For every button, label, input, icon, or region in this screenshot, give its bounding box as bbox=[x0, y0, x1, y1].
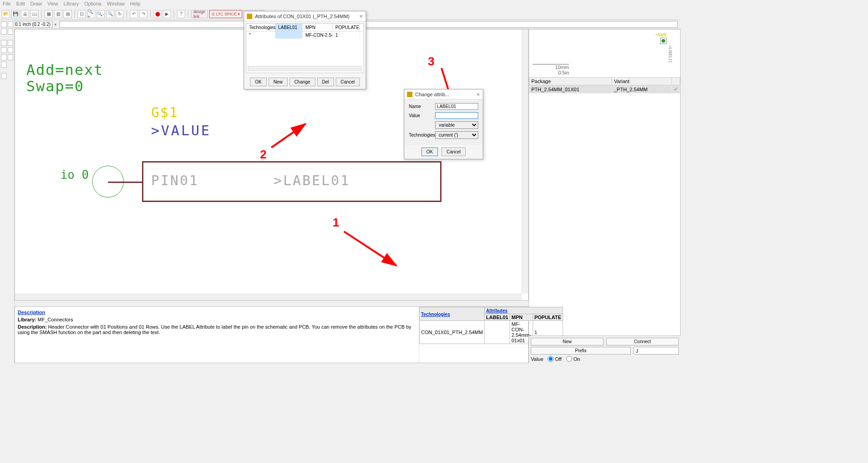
menu-edit[interactable]: Edit bbox=[16, 1, 25, 7]
value-on-radio[interactable]: On bbox=[566, 356, 580, 362]
command-input[interactable] bbox=[59, 21, 678, 28]
zoom-in-icon[interactable]: 🔍+ bbox=[87, 10, 95, 18]
io-text: io 0 bbox=[60, 168, 89, 182]
connect-button[interactable]: Connect bbox=[606, 338, 679, 345]
close-icon[interactable]: × bbox=[476, 91, 480, 98]
save-icon[interactable]: 💾 bbox=[11, 10, 20, 18]
new-button[interactable]: New bbox=[269, 78, 288, 86]
col-populate[interactable]: POPULATE bbox=[333, 24, 360, 31]
go-icon[interactable]: ▶ bbox=[163, 10, 171, 18]
menu-window[interactable]: Window bbox=[107, 1, 125, 7]
cell-tech[interactable]: '' bbox=[246, 32, 275, 39]
zoom-out-icon[interactable]: 🔍- bbox=[97, 10, 105, 18]
undo-icon[interactable]: ↶ bbox=[130, 10, 138, 18]
attributes-grid[interactable]: Technologies LABEL01 MPN POPULATE '' MF-… bbox=[246, 23, 364, 73]
attributes-link[interactable]: Attributes bbox=[486, 308, 507, 313]
grid2-icon[interactable]: ▥ bbox=[54, 10, 62, 18]
menu-options[interactable]: Options bbox=[84, 1, 102, 7]
value-off-radio[interactable]: Off bbox=[548, 356, 561, 362]
menu-draw[interactable]: Draw bbox=[30, 1, 42, 7]
change-attribute-title[interactable]: Change attrib... × bbox=[404, 89, 483, 99]
designlink-badge[interactable]: designlink bbox=[191, 10, 208, 18]
add-text: Add=next bbox=[26, 61, 103, 79]
value-input[interactable] bbox=[435, 112, 478, 119]
stop-icon[interactable]: ⬤ bbox=[153, 10, 162, 18]
svg-line-1 bbox=[271, 124, 305, 148]
description-heading[interactable]: Description bbox=[18, 310, 45, 315]
library-value: MF_Connectors bbox=[38, 317, 73, 322]
gate-text: G$1 bbox=[151, 104, 178, 120]
prefix-button[interactable]: Prefix bbox=[531, 347, 631, 355]
grid-display[interactable]: 0.1 inch (0.2 -0.2) bbox=[13, 21, 53, 28]
prefix-input[interactable] bbox=[633, 347, 679, 355]
bottom-panel: Description Library: MF_Connectors Descr… bbox=[15, 306, 529, 363]
menu-help[interactable]: Help bbox=[130, 1, 141, 7]
grid-scrollbar-h[interactable] bbox=[248, 66, 362, 71]
cut-icon[interactable] bbox=[1, 54, 7, 60]
open-icon[interactable]: 📂 bbox=[2, 10, 10, 18]
check-icon: ✓ bbox=[672, 85, 680, 94]
grid-dropdown-icon[interactable]: ▾ bbox=[54, 22, 57, 27]
del-button[interactable]: Del bbox=[317, 78, 334, 86]
technologies-link[interactable]: Technologies bbox=[421, 312, 450, 317]
mark-icon[interactable] bbox=[8, 29, 14, 34]
attributes-dialog-title[interactable]: Attributes of CON_01X01 (_PTH_2.54MM) × bbox=[244, 11, 366, 21]
cell-pop[interactable]: 1 bbox=[333, 32, 360, 39]
mirror-icon[interactable] bbox=[1, 47, 7, 53]
attributes-dialog-title-text: Attributes of CON_01X01 (_PTH_2.54MM) bbox=[255, 14, 349, 19]
info-icon[interactable] bbox=[1, 21, 7, 27]
canvas-scrollbar-v[interactable] bbox=[522, 30, 528, 294]
move-icon[interactable] bbox=[1, 40, 7, 46]
cancel-button[interactable]: Cancel bbox=[441, 148, 466, 156]
cell-mpn[interactable]: MF-CON-2.54... bbox=[303, 32, 333, 39]
zoom-fit-icon[interactable]: ⊡ bbox=[78, 10, 86, 18]
layer-icon[interactable] bbox=[1, 29, 7, 34]
text-icon[interactable] bbox=[1, 73, 7, 79]
help-icon[interactable]: ? bbox=[177, 10, 185, 18]
change-button[interactable]: Change bbox=[289, 78, 315, 86]
menu-view[interactable]: View bbox=[47, 1, 58, 7]
dialog-icon bbox=[407, 92, 412, 97]
type-select[interactable]: variable bbox=[435, 121, 478, 129]
cell-tech-name[interactable]: CON_01X01_PTH_2.54MM bbox=[420, 321, 485, 344]
col-mpn[interactable]: MPN bbox=[303, 24, 333, 31]
delete-icon[interactable] bbox=[1, 62, 7, 68]
ltspice-badge[interactable]: ⊙ LTC SPICE ▾ bbox=[209, 10, 243, 18]
eye-icon[interactable] bbox=[8, 21, 14, 27]
label-placeholder: >LABEL01 bbox=[274, 172, 350, 188]
col-technologies[interactable]: Technologies bbox=[246, 24, 275, 31]
col-variant[interactable]: Variant bbox=[612, 78, 672, 85]
grid3-icon[interactable]: ▤ bbox=[64, 10, 72, 18]
redraw-icon[interactable]: ↻ bbox=[116, 10, 124, 18]
redo-icon[interactable]: ↷ bbox=[139, 10, 147, 18]
menu-library[interactable]: Library bbox=[64, 1, 79, 7]
cell-label01[interactable] bbox=[485, 321, 510, 344]
paste-icon[interactable] bbox=[8, 54, 14, 60]
zoom-sel-icon[interactable]: 🔍 bbox=[106, 10, 114, 18]
grid1-icon[interactable]: ▦ bbox=[44, 10, 53, 18]
ok-button[interactable]: OK bbox=[422, 148, 438, 156]
package-table[interactable]: PackageVariant PTH_2.54MM_01X01_PTH_2.54… bbox=[529, 77, 680, 94]
col-label01[interactable]: LABEL01 bbox=[275, 24, 303, 31]
copy-icon[interactable] bbox=[8, 40, 14, 46]
ok-button[interactable]: OK bbox=[250, 78, 266, 86]
cancel-button[interactable]: Cancel bbox=[336, 78, 360, 86]
col-package[interactable]: Package bbox=[530, 78, 612, 85]
change-icon[interactable] bbox=[8, 47, 14, 53]
book-icon[interactable]: 📖 bbox=[30, 10, 39, 18]
print-icon[interactable]: 🖨 bbox=[21, 10, 29, 18]
close-icon[interactable]: × bbox=[359, 13, 363, 20]
new-variant-button[interactable]: New bbox=[531, 338, 603, 345]
cell-label[interactable] bbox=[275, 32, 303, 39]
canvas-scrollbar-h[interactable] bbox=[15, 294, 522, 300]
value-label: Value bbox=[531, 356, 543, 362]
cell-package[interactable]: PTH_2.54MM_01X01 bbox=[530, 85, 612, 94]
name-input[interactable] bbox=[435, 103, 478, 110]
tech-select[interactable]: current (') bbox=[435, 131, 478, 139]
cell-variant[interactable]: _PTH_2.54MM bbox=[612, 85, 672, 94]
preview-ruler: 10mm 0.5in bbox=[533, 64, 569, 75]
attributes-panel: TechnologiesAttributes LABEL01MPNPOPULAT… bbox=[419, 307, 528, 363]
menu-file[interactable]: File bbox=[3, 1, 11, 7]
description-value: Header Connector with 01 Positions and 0… bbox=[18, 324, 412, 335]
change-attribute-title-text: Change attrib... bbox=[415, 92, 449, 97]
